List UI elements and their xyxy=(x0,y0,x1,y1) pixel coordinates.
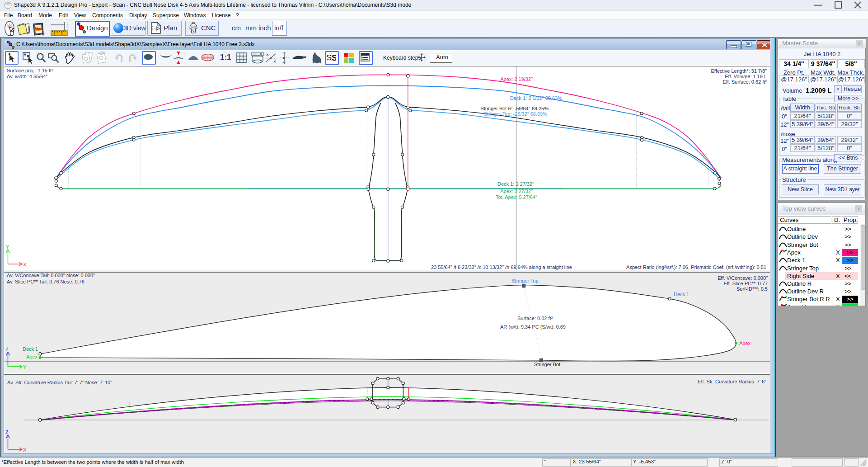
svg-text:S: S xyxy=(332,53,336,62)
svg-text:X: X xyxy=(23,447,27,453)
svg-text:S: S xyxy=(327,53,332,62)
svg-text:0: 0 xyxy=(61,33,63,36)
svg-text:Y: Y xyxy=(6,244,9,250)
svg-text:23 55/64″ /t 6 23/32″ /c 10 13: 23 55/64″ /t 6 23/32″ /c 10 13/32″ /n 69… xyxy=(431,264,572,270)
svg-text:Z: Z xyxy=(5,429,9,435)
svg-text:Surface proj.: 1.15 ft²: Surface proj.: 1.15 ft² xyxy=(7,68,53,73)
svg-text:Deck 1: 2 27/32″: Deck 1: 2 27/32″ xyxy=(497,181,534,187)
svg-text:Apex: 2 27/32″: Apex: 2 27/32″ xyxy=(500,189,533,194)
svg-text:Deck 1: 2 1/32″ 89.63%: Deck 1: 2 1/32″ 89.63% xyxy=(510,95,562,101)
svg-text:Surface: 0.02 ft²: Surface: 0.02 ft² xyxy=(517,316,553,321)
svg-text:Aspect Ratio (lng²/srf.): 7.0: Aspect Ratio (lng²/srf.): 7.06, Prismati… xyxy=(626,264,766,270)
svg-text:Av. Str. Curvature Radius Tail: Av. Str. Curvature Radius Tail: 7′ 7″ No… xyxy=(7,380,112,385)
svg-text:Stringer Top: Stringer Top xyxy=(511,278,538,283)
svg-text:Stringer Top: -25/32″ 66.69%: Stringer Top: -25/32″ 66.69% xyxy=(483,111,547,117)
svg-text:Deck 1: Deck 1 xyxy=(674,292,689,297)
svg-text:Eff. Slice PC**: 0.77: Eff. Slice PC**: 0.77 xyxy=(723,281,768,286)
svg-text:Apex: 2 19/32″: Apex: 2 19/32″ xyxy=(500,76,533,82)
svg-text:Av. width: 4 55/64″: Av. width: 4 55/64″ xyxy=(7,74,47,79)
svg-text:Apex: Apex xyxy=(26,354,38,359)
svg-text:Av. V/Concave Tail: 0.000″ Nos: Av. V/Concave Tail: 0.000″ Nose: 0.000″ xyxy=(7,273,95,278)
svg-text:Av. Slice PC** Tail: 0.76 Nos: Av. Slice PC** Tail: 0.76 Nose: 0.76 xyxy=(7,279,84,284)
svg-text:Eff. Surface: 0.62 ft²: Eff. Surface: 0.62 ft² xyxy=(723,79,767,85)
svg-text:Apex: Apex xyxy=(739,340,751,346)
svg-text:X: X xyxy=(23,262,27,267)
svg-text:1: 1 xyxy=(53,33,55,36)
svg-text:AR (w/t): 9.34 PC (S/wt): 0.69: AR (w/t): 9.34 PC (S/wt): 0.69 xyxy=(500,324,566,330)
svg-text:Eff. Volume: 1.19 L: Eff. Volume: 1.19 L xyxy=(725,74,767,79)
svg-text:Surf-ID***: 0.5: Surf-ID***: 0.5 xyxy=(737,286,768,292)
svg-text:Stringer Bot R: -59/64″ 69.25%: Stringer Bot R: -59/64″ 69.25% xyxy=(480,106,549,111)
svg-text:Eff. V/Concave: 0.000″: Eff. V/Concave: 0.000″ xyxy=(718,275,768,281)
svg-text:Y: Y xyxy=(23,364,27,370)
svg-text:Effective Length*: 31 7/8″: Effective Length*: 31 7/8″ xyxy=(711,68,767,74)
svg-text:Stringer Bot: Stringer Bot xyxy=(534,362,560,367)
svg-text:Z: Z xyxy=(5,347,9,352)
svg-text:Tot. Apex: 5 27/64″: Tot. Apex: 5 27/64″ xyxy=(496,194,537,200)
svg-text:Eff. Str. Curvature Radius: 7′: Eff. Str. Curvature Radius: 7′ 6″ xyxy=(698,379,766,384)
svg-text:Deck 1: Deck 1 xyxy=(23,346,38,352)
